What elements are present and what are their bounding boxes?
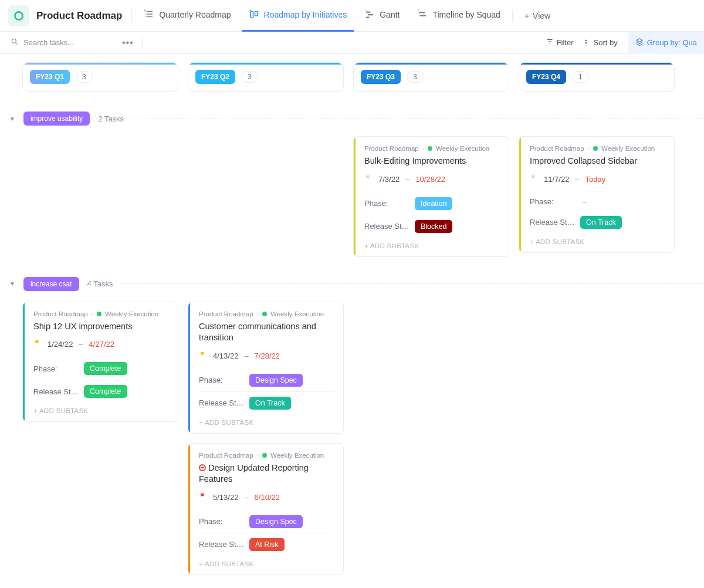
filter-button[interactable]: Filter <box>546 38 574 47</box>
separator <box>512 9 513 22</box>
tab-quarterly-roadmap[interactable]: Quarterly Roadmap <box>137 0 238 32</box>
date-end[interactable]: Today <box>585 175 606 184</box>
tab-label: Gantt <box>380 10 400 19</box>
sort-button[interactable]: Sort by <box>584 38 618 47</box>
release-status-pill: Complete <box>84 385 127 398</box>
add-subtask-button[interactable]: + ADD SUBTASK <box>364 238 499 251</box>
group-cards-row: Product Roadmap › Weekly Execution Bulk-… <box>22 136 704 257</box>
group-badge[interactable]: increase csat <box>23 277 79 291</box>
date-end[interactable]: 6/10/22 <box>255 493 280 502</box>
add-view-label: View <box>533 11 550 21</box>
task-card[interactable]: Product Roadmap › Weekly Execution Bulk-… <box>353 136 509 257</box>
flag-icon[interactable] <box>199 492 207 502</box>
field-phase: Phase: – <box>530 192 665 211</box>
tab-roadmap-by-initiatives[interactable]: Roadmap by Initiatives <box>242 0 354 32</box>
date-start[interactable]: 5/13/22 <box>213 493 238 502</box>
crumb-child[interactable]: Weekly Execution <box>105 310 158 317</box>
task-card[interactable]: Product Roadmap › Weekly Execution Desig… <box>188 443 344 575</box>
date-separator: – <box>244 493 248 502</box>
field-phase: Phase: Design Spec <box>199 369 334 391</box>
column-header[interactable]: FY23 Q1 3 <box>22 62 178 92</box>
sort-label: Sort by <box>594 38 618 47</box>
flag-icon[interactable] <box>33 339 42 349</box>
release-status-pill: On Track <box>580 216 622 229</box>
field-phase: Phase: Ideation <box>364 192 499 215</box>
group-cards-row: Product Roadmap › Weekly Execution Ship … <box>22 302 704 575</box>
crumb-parent[interactable]: Product Roadmap <box>33 310 88 317</box>
add-subtask-button[interactable]: + ADD SUBTASK <box>199 556 334 569</box>
crumb-parent[interactable]: Product Roadmap <box>530 145 584 152</box>
column-accent <box>23 63 178 65</box>
date-start[interactable]: 7/3/22 <box>378 175 400 184</box>
add-subtask-button[interactable]: + ADD SUBTASK <box>33 403 168 415</box>
column-header[interactable]: FY23 Q4 1 <box>519 62 675 92</box>
group-badge[interactable]: improve usability <box>23 111 90 126</box>
card-stripe <box>23 302 25 422</box>
flag-icon[interactable] <box>199 351 207 361</box>
divider <box>121 283 704 284</box>
task-card[interactable]: Product Roadmap › Weekly Execution Impro… <box>519 136 675 253</box>
column-badge: FY23 Q2 <box>195 70 235 84</box>
column-slot <box>188 136 344 257</box>
svg-rect-7 <box>420 15 427 16</box>
column-count: 1 <box>572 71 589 83</box>
tab-timeline-by-squad[interactable]: Timeline by Squad <box>410 0 507 32</box>
field-release-status: Release St… On Track <box>199 391 334 414</box>
field-release-status: Release St… At Risk <box>199 533 334 556</box>
field-release-status: Release St… On Track <box>530 211 665 234</box>
column-count: 3 <box>241 71 258 83</box>
crumb-child[interactable]: Weekly Execution <box>436 145 489 152</box>
divider <box>132 119 704 119</box>
separator <box>142 36 143 49</box>
crumb-parent[interactable]: Product Roadmap <box>199 310 253 317</box>
task-card[interactable]: Product Roadmap › Weekly Execution Ship … <box>22 302 178 423</box>
flag-icon[interactable] <box>530 174 538 184</box>
more-options-button[interactable]: ••• <box>122 38 134 48</box>
date-start[interactable]: 11/7/22 <box>544 175 569 184</box>
card-stripe <box>519 137 521 252</box>
status-dot-icon <box>97 312 101 316</box>
column-header[interactable]: FY23 Q3 3 <box>353 62 509 92</box>
task-card[interactable]: Product Roadmap › Weekly Execution Custo… <box>188 302 344 434</box>
task-title[interactable]: Improved Collapsed Sidebar <box>530 156 665 167</box>
crumb-child[interactable]: Weekly Execution <box>270 452 324 459</box>
date-end[interactable]: 4/27/22 <box>89 340 114 349</box>
card-stripe <box>188 444 190 575</box>
board: FY23 Q1 3 FY23 Q2 3 FY23 Q3 3 FY23 Q4 1 … <box>0 54 704 588</box>
release-status-pill: On Track <box>249 397 291 410</box>
date-end[interactable]: 10/28/22 <box>415 175 445 184</box>
chevron-right-icon: › <box>422 146 424 152</box>
task-title[interactable]: Bulk-Editing Improvements <box>364 156 499 167</box>
crumb-child[interactable]: Weekly Execution <box>601 145 655 152</box>
field-label: Release St… <box>530 218 580 227</box>
tab-gantt[interactable]: Gantt <box>357 0 407 32</box>
column-accent <box>519 63 674 65</box>
search-input[interactable] <box>23 38 106 47</box>
filter-icon <box>546 38 553 47</box>
task-title[interactable]: Design Updated Reporting Features <box>199 462 334 485</box>
task-title[interactable]: Ship 12 UX improvements <box>33 321 168 333</box>
flag-icon[interactable] <box>364 174 373 184</box>
column-header[interactable]: FY23 Q2 3 <box>188 62 344 92</box>
task-dates: 4/13/22 – 7/28/22 <box>199 351 334 361</box>
crumb-child[interactable]: Weekly Execution <box>270 310 324 317</box>
column-count: 3 <box>76 71 93 83</box>
date-start[interactable]: 4/13/22 <box>213 352 238 360</box>
groupby-button[interactable]: Group by: Qua <box>628 32 704 54</box>
crumb-parent[interactable]: Product Roadmap <box>364 145 419 152</box>
date-end[interactable]: 7/28/22 <box>255 352 280 360</box>
group-header: ▼ increase csat 4 Tasks <box>9 277 704 291</box>
add-subtask-button[interactable]: + ADD SUBTASK <box>530 234 665 246</box>
collapse-toggle[interactable]: ▼ <box>9 116 15 122</box>
crumb-parent[interactable]: Product Roadmap <box>199 452 253 459</box>
separator <box>131 9 132 22</box>
collapse-toggle[interactable]: ▼ <box>9 281 15 287</box>
add-subtask-button[interactable]: + ADD SUBTASK <box>199 414 334 427</box>
add-view-button[interactable]: + View <box>517 11 557 21</box>
task-title[interactable]: Customer communications and tran­sition <box>199 321 334 344</box>
breadcrumb: Product Roadmap › Weekly Execution <box>364 145 499 152</box>
date-start[interactable]: 1/24/22 <box>48 340 73 349</box>
chevron-right-icon: › <box>92 310 93 317</box>
chevron-right-icon: › <box>257 452 259 458</box>
search[interactable] <box>11 38 106 48</box>
